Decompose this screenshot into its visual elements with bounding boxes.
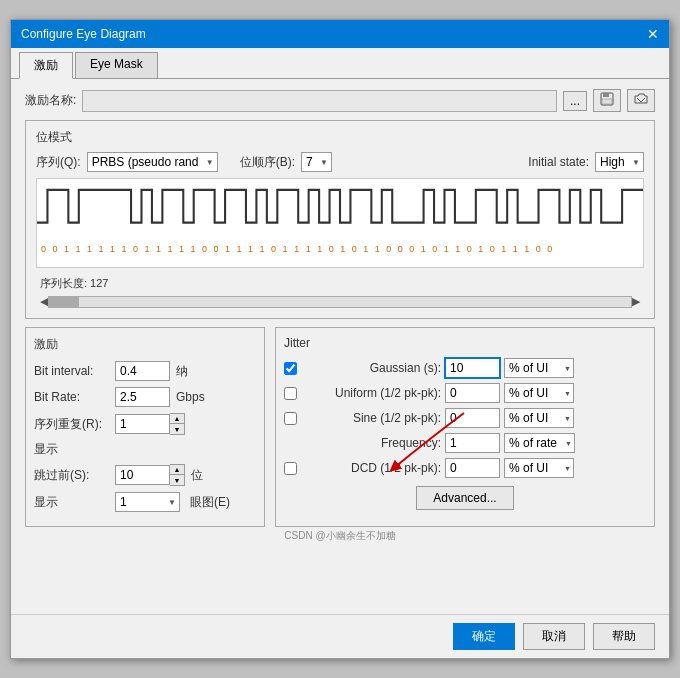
tab-jili[interactable]: 激励	[19, 52, 73, 79]
configure-eye-diagram-dialog: Configure Eye Diagram ✕ 激励 Eye Mask 激励名称…	[10, 19, 670, 659]
skip-unit: 位	[191, 467, 203, 484]
name-label: 激励名称:	[25, 92, 76, 109]
display-title: 显示	[34, 441, 256, 458]
save-button[interactable]	[593, 89, 621, 112]
left-panel: 激励 Bit interval: 纳 Bit Rate: Gbps 序列重复(R…	[25, 327, 265, 527]
seq-repeat-label: 序列重复(R):	[34, 416, 109, 433]
left-panel-title: 激励	[34, 336, 256, 353]
uniform-unit-select[interactable]: % of UI	[504, 383, 574, 403]
waveform-svg	[37, 179, 643, 239]
freq-input[interactable]	[445, 433, 500, 453]
sine-label: Sine (1/2 pk-pk):	[301, 411, 441, 425]
bit-interval-label: Bit interval:	[34, 364, 109, 378]
watermark: CSDN @小幽余生不加糖	[25, 527, 655, 545]
skip-spin-buttons: ▲ ▼	[170, 464, 185, 486]
name-input[interactable]	[82, 90, 557, 112]
dcd-unit-select[interactable]: % of UI	[504, 458, 574, 478]
skip-up[interactable]: ▲	[170, 465, 184, 475]
sine-input[interactable]	[445, 408, 500, 428]
eye-label: 眼图(E)	[190, 494, 230, 511]
bit-order-label: 位顺序(B):	[240, 154, 295, 171]
show-select[interactable]: 1	[115, 492, 180, 512]
close-button[interactable]: ✕	[647, 26, 659, 42]
seq-repeat-input[interactable]	[115, 414, 170, 434]
svg-rect-1	[603, 93, 609, 97]
sequence-select-wrapper: PRBS (pseudo rand	[87, 152, 218, 172]
sine-unit-select[interactable]: % of UI	[504, 408, 574, 428]
tab-bar: 激励 Eye Mask	[11, 48, 669, 79]
bit-rate-row: Bit Rate: Gbps	[34, 387, 256, 407]
seq-repeat-down[interactable]: ▼	[170, 424, 184, 434]
gaussian-unit-select[interactable]: % of UI	[504, 358, 574, 378]
freq-unit-wrapper: % of rate	[504, 433, 575, 453]
seq-repeat-up[interactable]: ▲	[170, 414, 184, 424]
jitter-dcd-row: DCD (1/2 pk-pk): % of UI	[284, 458, 646, 478]
waveform-display: 0 0 1 1 1 1 1 1 0 1 1 1 1 1 0 0 1 1 1 1 …	[36, 178, 644, 268]
uniform-checkbox[interactable]	[284, 387, 297, 400]
scroll-right[interactable]: ▶	[632, 295, 640, 308]
skip-row: 跳过前(S): ▲ ▼ 位	[34, 464, 256, 486]
uniform-input[interactable]	[445, 383, 500, 403]
initial-state-label: Initial state:	[528, 155, 589, 169]
skip-down[interactable]: ▼	[170, 475, 184, 485]
display-section: 显示 跳过前(S): ▲ ▼ 位	[34, 441, 256, 512]
seq-repeat-row: 序列重复(R): ▲ ▼	[34, 413, 256, 435]
jitter-title: Jitter	[284, 336, 646, 350]
initial-state-select-wrapper: High	[595, 152, 644, 172]
bit-sequence-display: 0 0 1 1 1 1 1 1 0 1 1 1 1 1 0 0 1 1 1 1 …	[37, 242, 643, 256]
sine-checkbox[interactable]	[284, 412, 297, 425]
uniform-unit-wrapper: % of UI	[504, 383, 574, 403]
skip-spin: ▲ ▼	[115, 464, 185, 486]
bottom-bar: 确定 取消 帮助	[11, 614, 669, 658]
sequence-select[interactable]: PRBS (pseudo rand	[87, 152, 218, 172]
advanced-button[interactable]: Advanced...	[416, 486, 513, 510]
horizontal-scrollbar[interactable]	[48, 296, 632, 308]
seq-length: 序列长度: 127	[36, 274, 644, 293]
scroll-left[interactable]: ◀	[40, 295, 48, 308]
show-select-wrapper: 1	[115, 492, 180, 512]
dcd-checkbox[interactable]	[284, 462, 297, 475]
sequence-row: 序列(Q): PRBS (pseudo rand 位顺序(B): 7 Initi…	[36, 152, 644, 172]
lower-section: 激励 Bit interval: 纳 Bit Rate: Gbps 序列重复(R…	[25, 327, 655, 527]
skip-input[interactable]	[115, 465, 170, 485]
main-content: 激励名称: ... 位模式 序列(Q):	[11, 79, 669, 614]
bit-mode-title: 位模式	[36, 129, 644, 146]
bit-rate-unit: Gbps	[176, 390, 205, 404]
seq-repeat-spin: ▲ ▼	[115, 413, 185, 435]
uniform-label: Uniform (1/2 pk-pk):	[301, 386, 441, 400]
bit-rate-input[interactable]	[115, 387, 170, 407]
initial-state-select[interactable]: High	[595, 152, 644, 172]
confirm-button[interactable]: 确定	[453, 623, 515, 650]
sequence-label: 序列(Q):	[36, 154, 81, 171]
sine-unit-wrapper: % of UI	[504, 408, 574, 428]
tab-eye-mask[interactable]: Eye Mask	[75, 52, 158, 78]
jitter-gaussian-row: Gaussian (s): % of UI	[284, 358, 646, 378]
dialog-title: Configure Eye Diagram	[21, 27, 146, 41]
bit-interval-input[interactable]	[115, 361, 170, 381]
gaussian-unit-wrapper: % of UI	[504, 358, 574, 378]
browse-button[interactable]: ...	[563, 91, 587, 111]
bit-interval-unit: 纳	[176, 363, 188, 380]
gaussian-label: Gaussian (s):	[301, 361, 441, 375]
show-label: 显示	[34, 494, 109, 511]
open-button[interactable]	[627, 89, 655, 112]
right-panel: Jitter Gaussian (s): % of UI Uniform (1/…	[275, 327, 655, 527]
skip-label: 跳过前(S):	[34, 467, 109, 484]
dcd-label: DCD (1/2 pk-pk):	[301, 461, 441, 475]
waveform-scroll: ◀ ▶	[36, 293, 644, 310]
show-row: 显示 1 眼图(E)	[34, 492, 256, 512]
bit-rate-label: Bit Rate:	[34, 390, 109, 404]
gaussian-input[interactable]	[445, 358, 500, 378]
help-button[interactable]: 帮助	[593, 623, 655, 650]
freq-unit-select[interactable]: % of rate	[504, 433, 575, 453]
jitter-uniform-row: Uniform (1/2 pk-pk): % of UI	[284, 383, 646, 403]
scrollbar-thumb	[49, 297, 79, 307]
cancel-button[interactable]: 取消	[523, 623, 585, 650]
dcd-unit-wrapper: % of UI	[504, 458, 574, 478]
gaussian-checkbox[interactable]	[284, 362, 297, 375]
bit-order-select-wrapper: 7	[301, 152, 332, 172]
dcd-input[interactable]	[445, 458, 500, 478]
seq-repeat-spin-buttons: ▲ ▼	[170, 413, 185, 435]
bit-interval-row: Bit interval: 纳	[34, 361, 256, 381]
bit-order-select[interactable]: 7	[301, 152, 332, 172]
